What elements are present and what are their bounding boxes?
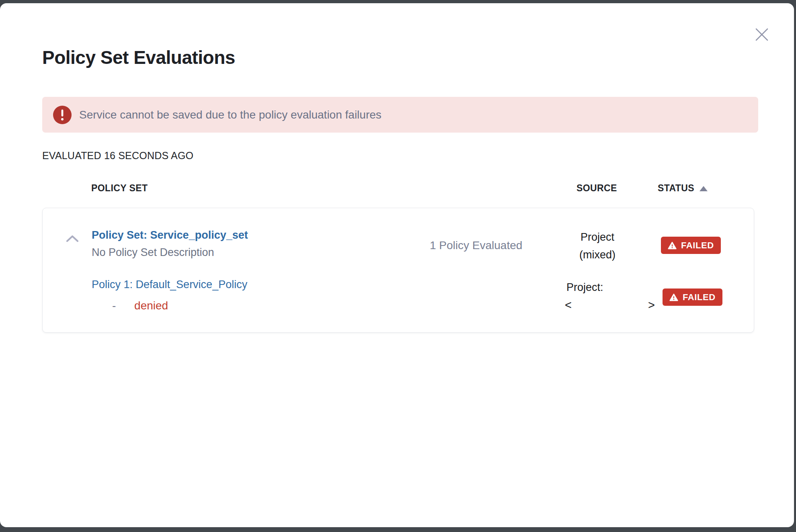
- column-header-policy-set: POLICY SET: [91, 183, 148, 194]
- modal-title: Policy Set Evaluations: [42, 47, 235, 68]
- policy-set-link[interactable]: Policy Set: Service_policy_set: [92, 229, 248, 241]
- column-header-source: SOURCE: [576, 183, 617, 194]
- sort-ascending-icon: [700, 186, 708, 191]
- status-badge-label: FAILED: [683, 292, 716, 303]
- collapse-row-button[interactable]: [63, 233, 82, 245]
- warning-triangle-icon: [669, 293, 678, 302]
- policy-link[interactable]: Policy 1: Default_Service_Policy: [92, 278, 247, 291]
- chevron-up-icon: [64, 233, 81, 244]
- evaluated-timestamp: EVALUATED 16 SECONDS AGO: [42, 150, 193, 162]
- policy-result-line: - denied: [112, 299, 168, 312]
- policy-result-prefix: -: [112, 299, 116, 312]
- policy-set-source-line2: (mixed): [561, 246, 634, 264]
- policy-source-line1: Project:: [566, 281, 655, 294]
- error-banner-text: Service cannot be saved due to the polic…: [79, 108, 382, 121]
- policy-source-open-bracket: <: [565, 299, 572, 312]
- policy-set-source-line1: Project: [561, 228, 634, 246]
- policy-result: denied: [134, 299, 168, 312]
- policy-set-source: Project (mixed): [561, 228, 634, 264]
- policy-evaluations-modal: Policy Set Evaluations Service cannot be…: [0, 3, 794, 527]
- column-header-status[interactable]: STATUS: [658, 183, 708, 194]
- policy-source: Project: < >: [565, 281, 655, 312]
- status-badge-label: FAILED: [681, 240, 714, 251]
- warning-triangle-icon: [668, 241, 677, 250]
- close-button[interactable]: [753, 26, 771, 43]
- status-badge-failed: FAILED: [661, 237, 721, 254]
- close-icon: [753, 26, 771, 43]
- error-banner: Service cannot be saved due to the polic…: [42, 97, 758, 133]
- policy-source-close-bracket: >: [648, 299, 655, 312]
- status-header-label: STATUS: [658, 183, 694, 194]
- policies-evaluated-count: 1 Policy Evaluated: [430, 239, 522, 252]
- policy-source-line2: < >: [565, 299, 655, 312]
- error-icon: [53, 106, 72, 124]
- policy-set-evaluation-card: Policy Set: Service_policy_set No Policy…: [42, 208, 754, 333]
- policy-set-description: No Policy Set Description: [92, 246, 214, 259]
- status-badge-failed: FAILED: [663, 289, 722, 306]
